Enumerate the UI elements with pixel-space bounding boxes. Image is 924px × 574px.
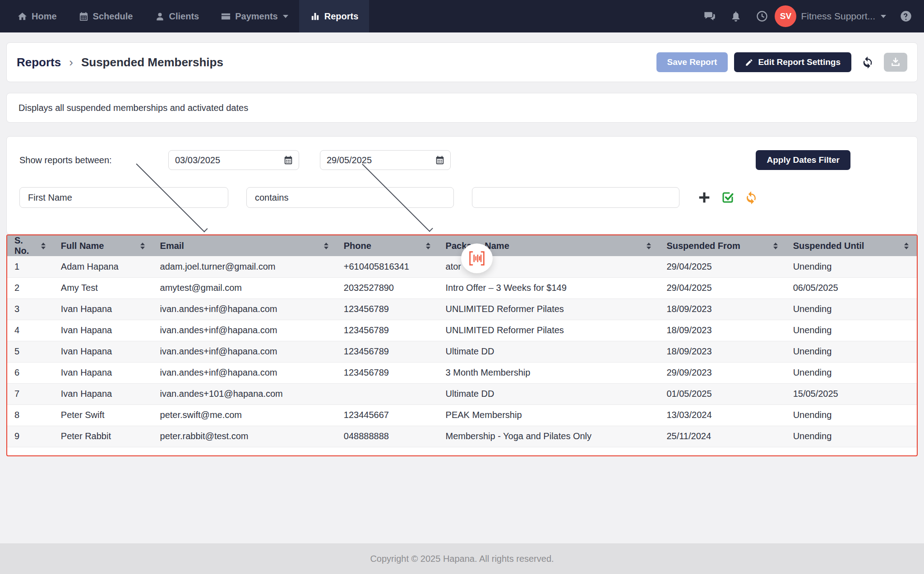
- cell-suspended-from: 01/05/2025: [659, 383, 785, 404]
- page-title: Suspended Memberships: [81, 55, 223, 69]
- report-description-card: Displays all suspended memberships and a…: [6, 93, 918, 123]
- avatar[interactable]: SV: [775, 5, 796, 27]
- cell-package-name: Membership - Yoga and Pilates Only: [439, 426, 660, 447]
- column-header-suspended-from[interactable]: Suspended From: [659, 235, 785, 256]
- column-header-suspended-until[interactable]: Suspended Until: [786, 235, 917, 256]
- cell-suspended-until: Unending: [786, 298, 917, 320]
- clock-icon[interactable]: [756, 10, 768, 23]
- cell-full-name: Adam Hapana: [54, 256, 153, 277]
- calendar-icon[interactable]: [283, 155, 293, 165]
- page-header: Reports › Suspended Memberships Save Rep…: [6, 42, 918, 82]
- cell-email: peter.swift@me.com: [153, 404, 337, 426]
- cell-phone: 123456789: [337, 341, 439, 362]
- account-menu[interactable]: SV Fitness Support...: [775, 5, 886, 27]
- cell-email: adam.joel.turner@gmail.com: [153, 256, 337, 277]
- nav-item-label: Reports: [324, 11, 359, 22]
- column-header-email[interactable]: Email: [153, 235, 337, 256]
- nav-item-payments[interactable]: Payments: [210, 0, 299, 32]
- cell-suspended-from: 18/09/2023: [659, 320, 785, 341]
- add-filter-icon[interactable]: [698, 191, 711, 204]
- chat-icon[interactable]: [703, 10, 716, 23]
- field-filter-row: First Name contains: [19, 187, 905, 208]
- account-label: Fitness Support...: [801, 11, 875, 22]
- chevron-down-icon: [362, 161, 433, 232]
- apply-dates-filter-button[interactable]: Apply Dates Filter: [756, 150, 850, 170]
- table-row: 5 Ivan Hapana ivan.andes+inf@hapana.com …: [7, 341, 917, 362]
- table-row: 8 Peter Swift peter.swift@me.com 1234456…: [7, 404, 917, 426]
- filter-field-select[interactable]: First Name: [19, 187, 228, 208]
- cell-suspended-until: 15/05/2025: [786, 383, 917, 404]
- report-description: Displays all suspended memberships and a…: [18, 103, 248, 113]
- cell-suspended-from: 18/09/2023: [659, 298, 785, 320]
- table-row: 2 Amy Test amytest@gmail.com 2032527890 …: [7, 277, 917, 298]
- filter-operator-select[interactable]: contains: [246, 187, 454, 208]
- cell-full-name: Amy Test: [54, 277, 153, 298]
- apply-filter-check-icon[interactable]: [721, 191, 735, 204]
- cell-suspended-from: 25/11/2024: [659, 426, 785, 447]
- barcode-scan-icon: [467, 250, 487, 267]
- cell-suspended-until: Unending: [786, 362, 917, 383]
- sort-icon[interactable]: [41, 243, 46, 249]
- cell-sno: 6: [7, 362, 54, 383]
- cell-package-name: Ultimate DD: [439, 341, 660, 362]
- nav-item-reports[interactable]: Reports: [299, 0, 370, 32]
- sort-icon[interactable]: [904, 243, 909, 249]
- bell-icon[interactable]: [730, 10, 742, 23]
- download-button[interactable]: [884, 53, 907, 72]
- nav-item-label: Schedule: [93, 11, 133, 22]
- cell-phone: +610405816341: [337, 256, 439, 277]
- results-table-container: S. No. Full Name Email Phone Package Nam…: [6, 234, 918, 456]
- cell-full-name: Peter Rabbit: [54, 426, 153, 447]
- column-header-full-name[interactable]: Full Name: [54, 235, 153, 256]
- breadcrumb: Reports › Suspended Memberships: [17, 55, 223, 69]
- cell-suspended-from: 29/04/2025: [659, 256, 785, 277]
- cell-suspended-from: 29/04/2025: [659, 277, 785, 298]
- cell-package-name: PEAK Membership: [439, 404, 660, 426]
- sort-icon[interactable]: [773, 243, 778, 249]
- cell-sno: 1: [7, 256, 54, 277]
- edit-report-settings-button[interactable]: Edit Report Settings: [734, 52, 851, 72]
- table-row: 9 Peter Rabbit peter.rabbit@test.com 048…: [7, 426, 917, 447]
- column-header-sno[interactable]: S. No.: [7, 235, 54, 256]
- date-range-label: Show reports between:: [19, 155, 168, 165]
- column-header-phone[interactable]: Phone: [337, 235, 439, 256]
- cell-sno: 7: [7, 383, 54, 404]
- save-report-button[interactable]: Save Report: [656, 52, 728, 72]
- reset-filter-icon[interactable]: [744, 191, 758, 204]
- table-row: 3 Ivan Hapana ivan.andes+inf@hapana.com …: [7, 298, 917, 320]
- cell-suspended-until: Unending: [786, 320, 917, 341]
- date-to-input[interactable]: 29/05/2025: [320, 150, 451, 170]
- cell-sno: 2: [7, 277, 54, 298]
- cell-phone: 123456789: [337, 298, 439, 320]
- sort-icon[interactable]: [140, 243, 145, 249]
- breadcrumb-reports-link[interactable]: Reports: [17, 55, 61, 69]
- pencil-icon: [745, 58, 753, 67]
- refresh-icon[interactable]: [861, 56, 874, 69]
- sort-icon[interactable]: [426, 243, 430, 249]
- cell-sno: 8: [7, 404, 54, 426]
- sort-icon[interactable]: [647, 243, 651, 249]
- scan-overlay-badge: [461, 243, 493, 273]
- breadcrumb-separator: ›: [69, 55, 73, 69]
- filter-value-input[interactable]: [472, 187, 679, 208]
- nav-item-label: Clients: [169, 11, 199, 22]
- table-row: 6 Ivan Hapana ivan.andes+inf@hapana.com …: [7, 362, 917, 383]
- nav-item-home[interactable]: Home: [6, 0, 68, 32]
- date-from-input[interactable]: 03/03/2025: [168, 150, 299, 170]
- cell-phone: 123456789: [337, 362, 439, 383]
- sort-icon[interactable]: [324, 243, 328, 249]
- cell-suspended-until: Unending: [786, 404, 917, 426]
- cell-phone: [337, 383, 439, 404]
- help-icon[interactable]: [900, 10, 912, 23]
- nav-item-schedule[interactable]: Schedule: [68, 0, 144, 32]
- nav-item-clients[interactable]: Clients: [144, 0, 210, 32]
- cell-full-name: Ivan Hapana: [54, 341, 153, 362]
- payments-icon: [221, 11, 231, 22]
- calendar-icon[interactable]: [435, 155, 445, 165]
- nav-item-label: Payments: [235, 11, 278, 22]
- cell-full-name: Ivan Hapana: [54, 298, 153, 320]
- navbar-right: SV Fitness Support...: [703, 0, 924, 32]
- cell-phone: 048888888: [337, 426, 439, 447]
- cell-package-name: Intro Offer – 3 Weeks for $149: [439, 277, 660, 298]
- table-body: 1 Adam Hapana adam.joel.turner@gmail.com…: [7, 256, 917, 447]
